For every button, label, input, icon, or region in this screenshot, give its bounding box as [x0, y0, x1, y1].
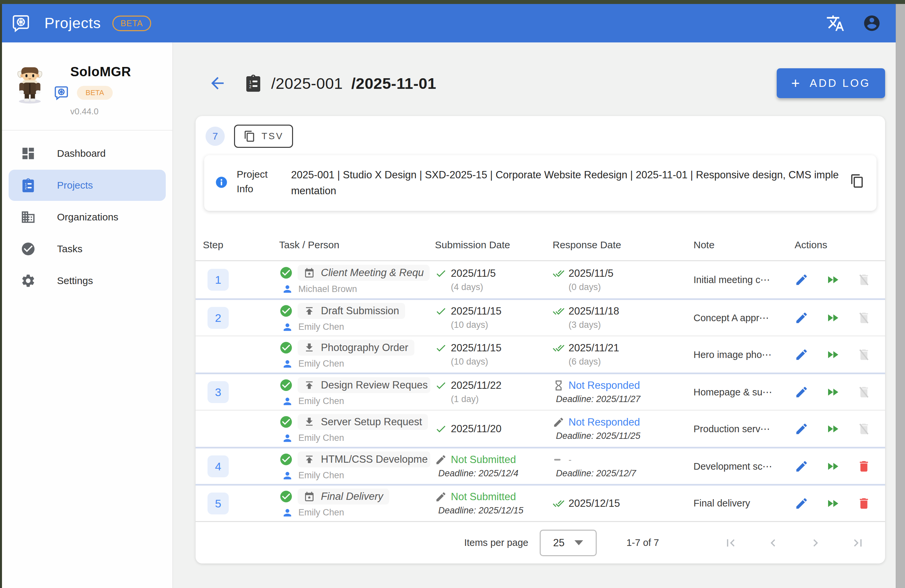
- fast-forward-button[interactable]: [826, 348, 840, 361]
- sidebar: SoloMGR BETA v0.44.0 Dashboard 12 Projec…: [2, 43, 173, 588]
- check-icon: [435, 268, 447, 279]
- sidebar-item-organizations[interactable]: Organizations: [9, 201, 166, 233]
- last-page-button[interactable]: [851, 536, 865, 550]
- task-name: HTML/CSS Developme: [321, 453, 428, 465]
- translate-button[interactable]: [825, 13, 846, 34]
- plus-icon: +: [791, 77, 800, 89]
- double-check-icon: [553, 268, 565, 279]
- check-icon: [435, 379, 447, 391]
- task-chip[interactable]: Client Meeting & Requ: [298, 265, 430, 281]
- app-name: SoloMGR: [70, 64, 131, 79]
- breadcrumb-project[interactable]: /2025-001: [271, 74, 343, 92]
- edit-button[interactable]: [795, 348, 808, 361]
- note-cell: Concept A appr⋯: [694, 312, 795, 323]
- person-icon: [282, 358, 293, 369]
- sidebar-item-dashboard[interactable]: Dashboard: [9, 138, 166, 169]
- settings-icon: [21, 273, 36, 288]
- first-page-button[interactable]: [723, 536, 738, 550]
- edit-button[interactable]: [795, 311, 808, 325]
- back-button[interactable]: [208, 74, 227, 92]
- task-chip[interactable]: Photography Order: [298, 340, 414, 356]
- status-days: (0 days): [568, 282, 694, 292]
- items-per-page-select[interactable]: 25: [540, 530, 597, 556]
- task-name: Client Meeting & Requ: [321, 267, 424, 279]
- step-cell: 3: [203, 381, 279, 403]
- copy-project-info-button[interactable]: [850, 174, 866, 190]
- fast-forward-button[interactable]: [826, 385, 840, 399]
- delete-button[interactable]: [857, 460, 871, 473]
- status-deadline: Deadline: 2025/12/4: [438, 468, 553, 479]
- fast-forward-button[interactable]: [826, 311, 840, 325]
- tasks-icon: [21, 241, 36, 257]
- status-deadline: Deadline: 2025/12/15: [438, 506, 553, 516]
- fast-forward-button[interactable]: [826, 273, 840, 287]
- page-scrollbar[interactable]: [896, 4, 905, 588]
- step-cell: 4: [203, 455, 279, 477]
- fast-forward-button[interactable]: [826, 422, 840, 436]
- svg-text:1: 1: [25, 182, 27, 186]
- status-date: 2025/11/21: [568, 342, 619, 354]
- task-chip[interactable]: Server Setup Request: [298, 414, 428, 430]
- response-cell: Not Responded Deadline: 2025/11/25: [553, 416, 694, 441]
- sidebar-item-projects[interactable]: 12 Projects: [9, 170, 166, 201]
- status-label: Not Submitted: [451, 454, 516, 466]
- actions-cell: [795, 385, 885, 399]
- actions-cell: [795, 496, 885, 510]
- sidebar-item-settings[interactable]: Settings: [9, 265, 166, 296]
- project-info-label: Project Info: [237, 167, 279, 196]
- status-label: Not Submitted: [451, 491, 516, 503]
- note-cell: Final delivery: [694, 498, 795, 509]
- sidebar-item-tasks[interactable]: Tasks: [9, 233, 166, 265]
- response-cell: 2025/11/5 (0 days): [553, 268, 694, 292]
- task-chip[interactable]: Final Delivery: [298, 488, 389, 504]
- items-per-page-label: Items per page: [464, 537, 528, 548]
- actions-cell: [795, 348, 885, 361]
- project-info-panel: Project Info 2025-001 | Studio X Design …: [204, 155, 876, 211]
- fast-forward-button[interactable]: [826, 460, 840, 473]
- submission-cell: Not Submitted Deadline: 2025/12/15: [435, 491, 553, 516]
- col-task-person: Task / Person: [279, 239, 435, 250]
- task-complete-icon: [279, 378, 293, 392]
- task-complete-icon: [279, 452, 293, 466]
- table-pagination: Items per page 25 1-7 of 7: [195, 521, 885, 563]
- window-left-edge: [0, 0, 2, 588]
- status-date: 2025/12/15: [568, 498, 620, 509]
- profile-section: SoloMGR BETA v0.44.0: [2, 43, 172, 130]
- add-log-button[interactable]: + ADD LOG: [777, 68, 885, 98]
- response-cell: - Deadline: 2025/12/7: [553, 454, 694, 479]
- dash-icon: [553, 454, 565, 466]
- edit-button[interactable]: [795, 460, 808, 473]
- status-days: (6 days): [568, 357, 694, 367]
- task-name: Server Setup Request: [321, 416, 422, 428]
- account-button[interactable]: [861, 13, 883, 34]
- prev-page-button[interactable]: [766, 536, 780, 550]
- copy-tsv-button[interactable]: TSV: [234, 125, 293, 148]
- step-cell: 2: [203, 307, 279, 329]
- task-person-cell: Draft Submission Emily Chen: [279, 303, 435, 333]
- person-name: Emily Chen: [298, 470, 344, 480]
- note-cell: Production serv⋯: [694, 423, 795, 434]
- edit-button[interactable]: [795, 385, 808, 399]
- chevron-down-icon: [575, 540, 583, 545]
- task-person-cell: Design Review Reques Emily Chen: [279, 377, 435, 407]
- delete-button: [857, 273, 871, 287]
- edit-button[interactable]: [795, 422, 808, 436]
- svg-text:1: 1: [249, 80, 251, 84]
- task-name: Design Review Reques: [321, 379, 428, 391]
- edit-button[interactable]: [795, 273, 808, 287]
- status-date: 2025/11/20: [451, 423, 502, 435]
- delete-button[interactable]: [857, 496, 871, 510]
- task-person-cell: Client Meeting & Requ Michael Brown: [279, 265, 435, 295]
- task-complete-icon: [279, 304, 293, 318]
- task-chip[interactable]: HTML/CSS Developme: [298, 452, 430, 468]
- fast-forward-button[interactable]: [826, 496, 840, 510]
- check-icon: [435, 423, 447, 435]
- status-days: (4 days): [451, 282, 553, 292]
- task-chip[interactable]: Draft Submission: [298, 303, 405, 319]
- status-days: (1 day): [451, 394, 553, 404]
- edit-button[interactable]: [795, 496, 808, 510]
- task-chip[interactable]: Design Review Reques: [298, 377, 430, 393]
- table-header-row: Step Task / Person Submission Date Respo…: [195, 229, 885, 261]
- col-response-date: Response Date: [553, 239, 694, 250]
- next-page-button[interactable]: [808, 536, 823, 550]
